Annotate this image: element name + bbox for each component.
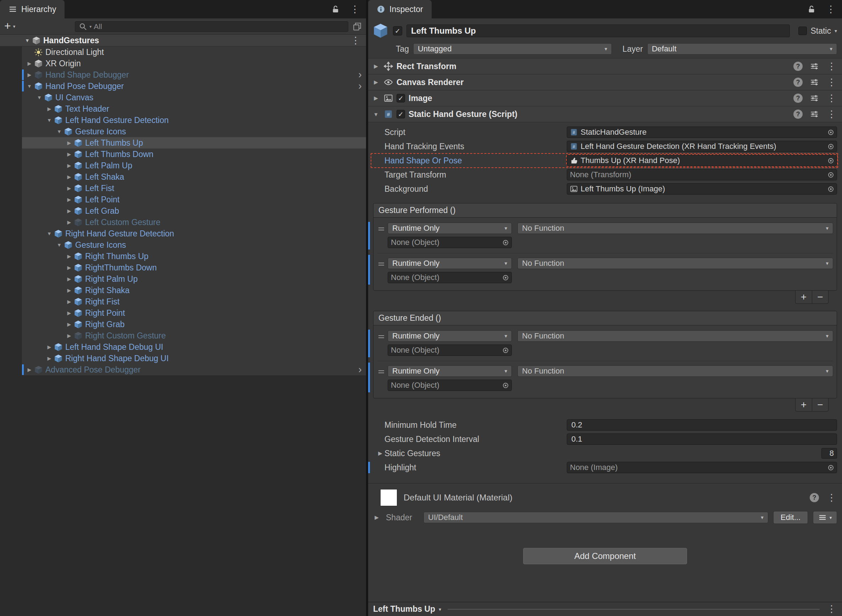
hierarchy-item-left-grab[interactable]: ▶Left Grab xyxy=(22,205,366,217)
event-target-field[interactable]: None (Object) xyxy=(388,380,512,391)
hierarchy-item-left-palm-up[interactable]: ▶Left Palm Up xyxy=(22,160,366,171)
drag-handle-icon[interactable] xyxy=(378,261,384,267)
minimum-hold-time-field[interactable]: 0.2 xyxy=(567,419,837,431)
hierarchy-item-directional-light[interactable]: Directional Light xyxy=(22,47,366,58)
presets-icon[interactable] xyxy=(810,110,819,119)
hand-tracking-events-field[interactable]: # Left Hand Gesture Detection (XR Hand T… xyxy=(567,141,837,152)
object-picker-icon[interactable] xyxy=(824,155,837,166)
hierarchy-item-right-custom-gesture[interactable]: ▶Right Custom Gesture xyxy=(22,330,366,341)
hierarchy-item-left-hand-shape-debug-ui[interactable]: ▶Left Hand Shape Debug UI xyxy=(22,341,366,353)
expand-arrow[interactable]: ▶ xyxy=(65,185,74,191)
expand-arrow[interactable]: ▶ xyxy=(65,265,74,270)
hierarchy-item-advanced-pose-debugger[interactable]: ▶Advanced Pose Debugger› xyxy=(22,364,366,375)
hierarchy-item-hand-pose-debugger[interactable]: ▼Hand Pose Debugger› xyxy=(22,81,366,92)
gameobject-name-field[interactable] xyxy=(407,25,790,37)
object-picker-icon[interactable] xyxy=(500,345,511,355)
remove-event-button[interactable]: − xyxy=(812,290,828,304)
event-mode-dropdown[interactable]: Runtime Only▾ xyxy=(388,258,512,269)
object-picker-icon[interactable] xyxy=(500,272,511,283)
open-search-window-icon[interactable] xyxy=(353,22,362,31)
highlight-field[interactable]: None (Image) xyxy=(567,462,837,473)
hierarchy-item-left-custom-gesture[interactable]: ▶Left Custom Gesture xyxy=(22,217,366,228)
hierarchy-item-left-thumbs-up[interactable]: ▶Left Thumbs Up xyxy=(22,137,366,148)
expand-arrow[interactable]: ▶ xyxy=(65,287,74,293)
expand-arrow[interactable]: ▶ xyxy=(65,174,74,180)
component-canvas-renderer[interactable]: ▶ Canvas Renderer ? ⋮ xyxy=(368,74,842,90)
help-icon[interactable]: ? xyxy=(794,110,802,119)
prefab-open-arrow[interactable]: › xyxy=(358,364,362,375)
scene-menu-icon[interactable]: ⋮ xyxy=(350,36,361,45)
event-mode-dropdown[interactable]: Runtime Only▾ xyxy=(388,365,512,377)
hierarchy-menu-icon[interactable]: ⋮ xyxy=(349,4,360,14)
object-picker-icon[interactable] xyxy=(824,127,837,138)
hierarchy-item-xr-origin[interactable]: ▶XR Origin xyxy=(22,58,366,69)
expand-arrow[interactable]: ▶ xyxy=(45,106,54,111)
expand-arrow[interactable]: ▶ xyxy=(45,355,54,361)
hierarchy-item-left-thumbs-down[interactable]: ▶Left Thumbs Down xyxy=(22,148,366,160)
layer-dropdown[interactable]: Default ▾ xyxy=(647,43,837,54)
expand-arrow[interactable]: ▶ xyxy=(65,276,74,282)
remove-event-button[interactable]: − xyxy=(812,398,828,411)
bottom-menu-icon[interactable]: ⋮ xyxy=(826,604,837,614)
component-image[interactable]: ▶ ✓ Image ? ⋮ xyxy=(368,90,842,106)
add-event-button[interactable]: + xyxy=(795,290,812,304)
shader-dropdown[interactable]: UI/Default ▾ xyxy=(423,512,768,523)
component-menu-icon[interactable]: ⋮ xyxy=(826,78,837,87)
hierarchy-item-right-hand-shape-debug-ui[interactable]: ▶Right Hand Shape Debug UI xyxy=(22,353,366,364)
drag-handle-icon[interactable] xyxy=(378,334,384,340)
hierarchy-item-left-hand-gesture-detection[interactable]: ▼Left Hand Gesture Detection xyxy=(22,114,366,126)
static-flags-dropdown-icon[interactable]: ▾ xyxy=(835,28,837,34)
expand-arrow[interactable]: ▶ xyxy=(65,197,74,202)
prefab-open-arrow[interactable]: › xyxy=(358,69,362,80)
inspector-menu-icon[interactable]: ⋮ xyxy=(825,4,836,14)
expand-arrow[interactable]: ▶ xyxy=(65,299,74,304)
hierarchy-item-right-fist[interactable]: ▶Right Fist xyxy=(22,296,366,307)
drag-handle-icon[interactable] xyxy=(378,369,384,375)
static-gestures-size-field[interactable]: 8 xyxy=(821,448,837,459)
tab-inspector[interactable]: Inspector xyxy=(368,0,432,18)
expand-arrow[interactable]: ▶ xyxy=(65,310,74,316)
event-target-field[interactable]: None (Object) xyxy=(388,237,512,248)
foldout-arrow-icon[interactable]: ▼ xyxy=(372,111,380,117)
event-target-field[interactable]: None (Object) xyxy=(388,272,512,283)
help-icon[interactable]: ? xyxy=(794,94,802,103)
component-menu-icon[interactable]: ⋮ xyxy=(826,110,837,119)
presets-icon[interactable] xyxy=(810,78,819,87)
hierarchy-item-text-header[interactable]: ▶Text Header xyxy=(22,103,366,114)
component-enabled-checkbox[interactable]: ✓ xyxy=(397,110,405,118)
help-icon[interactable]: ? xyxy=(794,78,802,87)
material-preview-swatch[interactable] xyxy=(380,489,397,506)
tag-dropdown[interactable]: Untagged ▾ xyxy=(413,43,612,54)
event-mode-dropdown[interactable]: Runtime Only▾ xyxy=(388,223,512,234)
foldout-arrow-icon[interactable]: ▶ xyxy=(372,514,381,521)
active-checkbox[interactable]: ✓ xyxy=(393,26,402,35)
expand-arrow[interactable]: ▶ xyxy=(25,61,34,66)
shader-list-button[interactable]: ▾ xyxy=(813,511,837,524)
event-function-dropdown[interactable]: No Function▾ xyxy=(517,223,833,234)
expand-arrow[interactable]: ▼ xyxy=(54,242,64,248)
hierarchy-item-right-palm-up[interactable]: ▶Right Palm Up xyxy=(22,273,366,285)
hierarchy-item-left-shaka[interactable]: ▶Left Shaka xyxy=(22,171,366,183)
expand-arrow[interactable]: ▶ xyxy=(45,344,54,350)
presets-icon[interactable] xyxy=(810,62,819,71)
component-rect-transform[interactable]: ▶ Rect Transform ? ⋮ xyxy=(368,58,842,74)
shader-edit-button[interactable]: Edit... xyxy=(773,511,808,524)
foldout-arrow-icon[interactable]: ▶ xyxy=(372,79,380,85)
expand-arrow[interactable]: ▶ xyxy=(65,321,74,327)
hand-shape-or-pose-field[interactable]: Thumbs Up (XR Hand Pose) xyxy=(567,155,837,166)
component-menu-icon[interactable]: ⋮ xyxy=(826,94,837,103)
expand-arrow[interactable]: ▼ xyxy=(35,95,44,100)
object-picker-icon[interactable] xyxy=(824,169,837,180)
hierarchy-item-ui-canvas[interactable]: ▼UI Canvas xyxy=(22,92,366,103)
event-target-field[interactable]: None (Object) xyxy=(388,345,512,356)
expand-arrow[interactable]: ▼ xyxy=(45,117,54,123)
hierarchy-item-gesture-icons[interactable]: ▼Gesture Icons xyxy=(22,126,366,137)
object-picker-icon[interactable] xyxy=(500,237,511,248)
event-mode-dropdown[interactable]: Runtime Only▾ xyxy=(388,330,512,342)
component-static-hand-gesture[interactable]: ▼ # ✓ Static Hand Gesture (Script) ? ⋮ xyxy=(368,106,842,122)
static-checkbox[interactable] xyxy=(798,26,807,35)
expand-arrow[interactable]: ▼ xyxy=(45,231,54,236)
foldout-arrow-icon[interactable]: ▶ xyxy=(372,63,380,69)
object-picker-icon[interactable] xyxy=(824,141,837,152)
expand-arrow[interactable]: ▶ xyxy=(65,163,74,168)
